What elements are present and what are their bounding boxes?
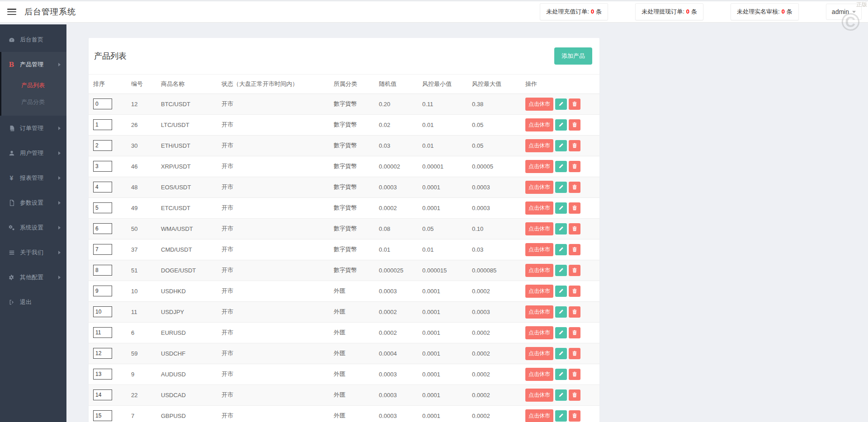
sort-input[interactable]: [93, 182, 112, 192]
delete-button[interactable]: [569, 327, 580, 338]
table-header-row: 排序编号商品名称状态（大盘正常开市时间内）所属分类随机值风控最小值风控最大值操作: [89, 75, 599, 94]
cell-risk-min: 0.0001: [418, 343, 467, 364]
pencil-icon: [558, 371, 564, 377]
cell-id: 11: [127, 301, 156, 322]
pending-kyc-review-badge[interactable]: 未处理实名审核:0条: [731, 3, 799, 20]
pending-deposit-orders-badge[interactable]: 未处理充值订单:0条: [540, 3, 608, 20]
edit-button[interactable]: [555, 327, 567, 338]
sort-input[interactable]: [93, 410, 112, 421]
cell-status: 开市: [217, 114, 329, 135]
close-market-button[interactable]: 点击休市: [525, 98, 553, 111]
edit-button[interactable]: [555, 182, 567, 193]
close-market-button[interactable]: 点击休市: [525, 409, 553, 422]
delete-button[interactable]: [569, 223, 580, 234]
edit-button[interactable]: [555, 223, 567, 234]
sidebar-item-params[interactable]: 参数设置: [0, 190, 66, 215]
sidebar-item-home[interactable]: 后台首页: [0, 27, 66, 52]
edit-button[interactable]: [555, 202, 567, 214]
sort-input[interactable]: [93, 161, 112, 172]
delete-button[interactable]: [569, 98, 580, 110]
pencil-icon: [558, 309, 564, 314]
edit-button[interactable]: [555, 286, 567, 297]
delete-button[interactable]: [569, 369, 580, 380]
close-market-button[interactable]: 点击休市: [525, 181, 553, 194]
sidebar-subitem-product-list[interactable]: 产品列表: [1, 77, 66, 94]
edit-button[interactable]: [555, 410, 567, 422]
cell-actions: 点击休市: [521, 94, 599, 114]
sort-input[interactable]: [93, 327, 112, 338]
close-market-button[interactable]: 点击休市: [525, 326, 553, 339]
delete-button[interactable]: [569, 348, 580, 359]
pending-withdraw-orders-badge[interactable]: 未处理提现订单:0条: [635, 3, 703, 20]
edit-button[interactable]: [555, 244, 567, 255]
sidebar-item-about[interactable]: 关于我们: [0, 240, 66, 265]
close-market-button[interactable]: 点击休市: [525, 285, 553, 298]
close-market-button[interactable]: 点击休市: [525, 243, 553, 256]
sort-input[interactable]: [93, 389, 112, 400]
close-market-button[interactable]: 点击休市: [525, 139, 553, 152]
close-market-button[interactable]: 点击休市: [525, 264, 553, 277]
edit-button[interactable]: [555, 140, 567, 151]
sidebar-item-users[interactable]: 用户管理: [0, 141, 66, 165]
edit-button[interactable]: [555, 265, 567, 276]
close-market-button[interactable]: 点击休市: [525, 347, 553, 360]
close-market-button[interactable]: 点击休市: [525, 368, 553, 381]
edit-button[interactable]: [555, 306, 567, 318]
gear-icon: [8, 274, 15, 281]
close-market-button[interactable]: 点击休市: [525, 160, 553, 173]
cell-id: 7: [127, 405, 156, 422]
edit-button[interactable]: [555, 348, 567, 359]
delete-button[interactable]: [569, 306, 580, 318]
cell-random-value: 0.01: [374, 239, 418, 260]
sort-input[interactable]: [93, 140, 112, 151]
close-market-button[interactable]: 点击休市: [525, 389, 553, 402]
sort-input[interactable]: [93, 369, 112, 380]
sidebar-item-system[interactable]: 系统设置: [0, 215, 66, 240]
close-market-button[interactable]: 点击休市: [525, 222, 553, 235]
edit-button[interactable]: [555, 389, 567, 401]
cell-risk-max: 0.10: [467, 218, 521, 239]
delete-button[interactable]: [569, 244, 580, 255]
cell-actions: 点击休市: [521, 197, 599, 218]
sidebar-item-reports[interactable]: ¥报表管理: [0, 165, 66, 190]
edit-button[interactable]: [555, 369, 567, 380]
delete-button[interactable]: [569, 389, 580, 401]
delete-button[interactable]: [569, 182, 580, 193]
sort-input[interactable]: [93, 286, 112, 296]
yen-icon: ¥: [8, 174, 15, 182]
delete-button[interactable]: [569, 265, 580, 276]
sort-input[interactable]: [93, 244, 112, 255]
sort-input[interactable]: [93, 202, 112, 213]
sidebar-item-logout[interactable]: 退出: [0, 290, 66, 314]
sort-input[interactable]: [93, 306, 112, 317]
cell-risk-min: 0.00001: [418, 156, 467, 177]
edit-button[interactable]: [555, 98, 567, 110]
sidebar-item-products[interactable]: B产品管理: [1, 52, 66, 77]
edit-button[interactable]: [555, 161, 567, 172]
delete-button[interactable]: [569, 161, 580, 172]
list-icon: [8, 249, 15, 256]
sidebar-subitem-product-category[interactable]: 产品分类: [1, 94, 66, 110]
sort-input[interactable]: [93, 98, 112, 109]
close-market-button[interactable]: 点击休市: [525, 305, 553, 319]
add-product-button[interactable]: 添加产品: [554, 47, 592, 65]
close-market-button[interactable]: 点击休市: [525, 202, 553, 215]
sidebar-item-other[interactable]: 其他配置: [0, 265, 66, 290]
delete-button[interactable]: [569, 140, 580, 151]
cell-random-value: 0.0004: [374, 343, 418, 364]
sort-input[interactable]: [93, 265, 112, 276]
delete-button[interactable]: [569, 286, 580, 297]
delete-button[interactable]: [569, 410, 580, 422]
cell-actions: 点击休市: [521, 218, 599, 239]
close-market-button[interactable]: 点击休市: [525, 118, 553, 131]
sort-input[interactable]: [93, 223, 112, 234]
hamburger-menu-icon[interactable]: [7, 9, 16, 15]
sidebar-item-orders[interactable]: 订单管理: [0, 116, 66, 141]
pencil-icon: [558, 413, 564, 418]
edit-button[interactable]: [555, 119, 567, 131]
sort-input[interactable]: [93, 348, 112, 359]
delete-button[interactable]: [569, 119, 580, 131]
cell-risk-min: 0.0001: [418, 197, 467, 218]
delete-button[interactable]: [569, 202, 580, 214]
sort-input[interactable]: [93, 119, 112, 130]
